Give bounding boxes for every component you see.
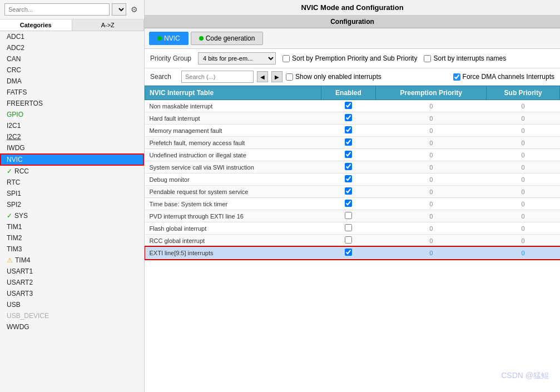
sort-interrupts-checkbox-label: Sort by interrupts names <box>424 54 506 62</box>
enabled-cell[interactable] <box>321 149 376 161</box>
sidebar-item-label: NVIC <box>7 156 23 163</box>
sidebar-item-usb[interactable]: USB <box>0 299 144 310</box>
sidebar-item-gpio[interactable]: GPIO <box>0 109 144 120</box>
sidebar-item-usart1[interactable]: USART1 <box>0 266 144 277</box>
table-row[interactable]: Memory management fault00 <box>145 125 560 137</box>
enabled-cell[interactable] <box>321 222 376 235</box>
sidebar-item-rcc[interactable]: ✓ RCC <box>0 166 144 177</box>
content-area: NVIC Mode and Configuration Configuratio… <box>145 0 560 392</box>
nvic-dot <box>157 36 162 41</box>
interrupt-name-cell: RCC global interrupt <box>145 235 321 247</box>
enabled-cell[interactable] <box>321 100 376 112</box>
sidebar-item-tim2[interactable]: TIM2 <box>0 232 144 244</box>
sort-premption-checkbox[interactable] <box>283 55 290 62</box>
sidebar-item-usb_device[interactable]: USB_DEVICE <box>0 310 144 321</box>
enabled-checkbox[interactable] <box>345 249 352 256</box>
table-row[interactable]: EXTI line[9:5] interrupts00 <box>145 247 560 259</box>
sidebar-item-tim4[interactable]: ⚠ TIM4 <box>0 255 144 266</box>
enabled-checkbox[interactable] <box>345 212 352 219</box>
enabled-checkbox[interactable] <box>345 102 352 109</box>
sidebar-item-label: USART1 <box>7 267 33 275</box>
search-next-button[interactable]: ▶ <box>271 71 283 82</box>
table-row[interactable]: PVD interrupt through EXTI line 1600 <box>145 210 560 222</box>
interrupt-rows: Non maskable interrupt00Hard fault inter… <box>145 100 560 259</box>
interrupt-name-cell: EXTI line[9:5] interrupts <box>145 247 321 259</box>
tab-categories[interactable]: Categories <box>0 19 72 31</box>
enabled-checkbox[interactable] <box>345 175 352 182</box>
table-row[interactable]: Pendable request for system service00 <box>145 186 560 198</box>
enabled-cell[interactable] <box>321 112 376 125</box>
sidebar-item-label: I2C2 <box>7 133 21 141</box>
sidebar-item-wwdg[interactable]: WWDG <box>0 321 144 333</box>
priority-group-select[interactable]: 4 bits for pre-em...3 bits for pre-em...… <box>198 52 276 64</box>
sidebar-item-adc1[interactable]: ADC1 <box>0 31 144 42</box>
preemption-cell: 0 <box>376 149 487 161</box>
sub-priority-cell: 0 <box>487 112 560 125</box>
enabled-cell[interactable] <box>321 137 376 149</box>
sidebar-item-adc2[interactable]: ADC2 <box>0 42 144 53</box>
preemption-cell: 0 <box>376 161 487 173</box>
sidebar-item-freertos[interactable]: FREERTOS <box>0 98 144 109</box>
sidebar-item-sys[interactable]: ✓ SYS <box>0 210 144 221</box>
force-dma-checkbox[interactable] <box>453 73 460 81</box>
sidebar-item-label: SPI1 <box>7 190 21 197</box>
table-row[interactable]: System service call via SWI instruction0… <box>145 161 560 173</box>
show-only-enabled-checkbox[interactable] <box>286 73 293 81</box>
enabled-cell[interactable] <box>321 247 376 259</box>
table-row[interactable]: Debug monitor00 <box>145 173 560 186</box>
tab-nvic[interactable]: NVIC <box>149 32 189 45</box>
table-row[interactable]: Non maskable interrupt00 <box>145 100 560 112</box>
enabled-checkbox[interactable] <box>345 224 352 231</box>
sidebar-item-dma[interactable]: DMA <box>0 76 144 87</box>
sidebar-item-iwdg[interactable]: IWDG <box>0 142 144 153</box>
sidebar-item-spi1[interactable]: SPI1 <box>0 188 144 199</box>
sidebar-item-label: ADC2 <box>7 44 24 52</box>
enabled-cell[interactable] <box>321 186 376 198</box>
table-row[interactable]: Prefetch fault, memory access fault00 <box>145 137 560 149</box>
table-row[interactable]: RCC global interrupt00 <box>145 235 560 247</box>
enabled-cell[interactable] <box>321 161 376 173</box>
sidebar-item-label: I2C1 <box>7 122 21 130</box>
interrupt-name-cell: Prefetch fault, memory access fault <box>145 137 321 149</box>
enabled-cell[interactable] <box>321 210 376 222</box>
sidebar-search-dropdown[interactable] <box>112 3 126 16</box>
table-row[interactable]: Time base: System tick timer00 <box>145 198 560 210</box>
table-row[interactable]: Undefined instruction or illegal state00 <box>145 149 560 161</box>
sidebar-item-can[interactable]: CAN <box>0 53 144 64</box>
sidebar-item-i2c1[interactable]: I2C1 <box>0 120 144 131</box>
sidebar-item-label: SYS <box>14 212 28 220</box>
sidebar-search-input[interactable] <box>4 3 110 16</box>
sidebar-item-crc[interactable]: CRC <box>0 64 144 76</box>
search-prev-button[interactable]: ◀ <box>257 71 268 82</box>
sidebar-item-usart3[interactable]: USART3 <box>0 288 144 299</box>
enabled-cell[interactable] <box>321 125 376 137</box>
enabled-checkbox[interactable] <box>345 187 352 195</box>
sidebar-item-tim1[interactable]: TIM1 <box>0 221 144 232</box>
col-interrupt-name: NVIC Interrupt Table <box>145 86 321 100</box>
sort-interrupts-checkbox[interactable] <box>424 55 431 62</box>
enabled-cell[interactable] <box>321 198 376 210</box>
enabled-checkbox[interactable] <box>345 163 352 170</box>
tab-az[interactable]: A->Z <box>72 19 145 31</box>
table-row[interactable]: Hard fault interrupt00 <box>145 112 560 125</box>
sidebar-item-fatfs[interactable]: FATFS <box>0 87 144 98</box>
enabled-checkbox[interactable] <box>345 126 352 133</box>
enabled-checkbox[interactable] <box>345 114 352 121</box>
sidebar-item-usart2[interactable]: USART2 <box>0 277 144 288</box>
sidebar-item-rtc[interactable]: RTC <box>0 177 144 188</box>
enabled-checkbox[interactable] <box>345 236 352 244</box>
table-row[interactable]: Flash global interrupt00 <box>145 222 560 235</box>
sidebar-item-tim3[interactable]: TIM3 <box>0 244 144 255</box>
sidebar-item-nvic[interactable]: NVIC <box>0 153 144 166</box>
gear-icon[interactable]: ⚙ <box>128 4 140 15</box>
enabled-cell[interactable] <box>321 235 376 247</box>
enabled-cell[interactable] <box>321 173 376 186</box>
sub-priority-cell: 0 <box>487 222 560 235</box>
sidebar-item-i2c2[interactable]: I2C2 <box>0 131 144 142</box>
enabled-checkbox[interactable] <box>345 200 352 207</box>
tab-code-generation[interactable]: Code generation <box>191 32 264 45</box>
enabled-checkbox[interactable] <box>345 138 352 146</box>
sidebar-item-spi2[interactable]: SPI2 <box>0 199 144 210</box>
search-input[interactable] <box>181 71 254 83</box>
enabled-checkbox[interactable] <box>345 151 352 158</box>
